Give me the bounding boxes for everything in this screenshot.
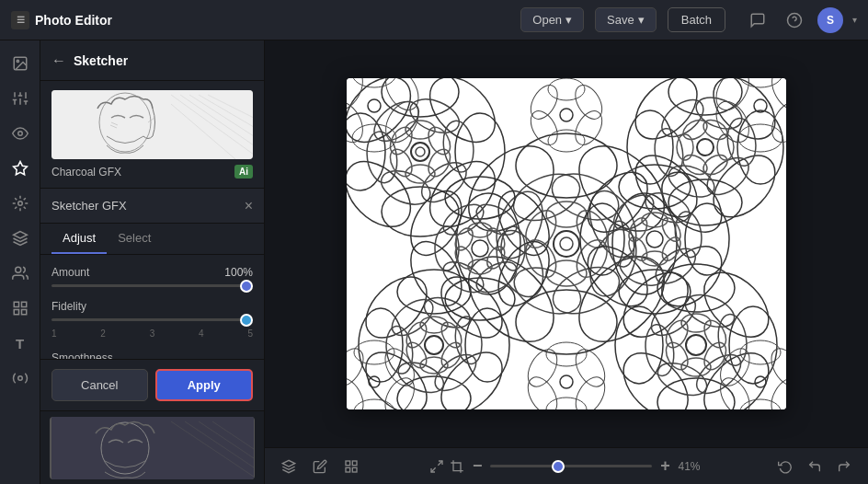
svg-line-26 — [148, 118, 154, 122]
svg-point-15 — [17, 202, 22, 206]
svg-point-229 — [560, 375, 573, 388]
fidelity-control: Fidelity 1 2 3 4 5 — [51, 300, 253, 339]
fidelity-label: Fidelity — [51, 300, 86, 313]
sidebar-text-btn[interactable]: T — [5, 328, 36, 359]
crop-button[interactable] — [450, 454, 464, 479]
svg-point-59 — [520, 235, 562, 282]
apply-button[interactable]: Apply — [155, 369, 254, 401]
canvas-image — [347, 78, 786, 409]
undo-button[interactable] — [802, 454, 828, 479]
amount-label: Amount — [51, 266, 89, 279]
open-button[interactable]: Open ▾ — [520, 7, 584, 32]
thumbnail-label: Charcoal GFX — [51, 166, 121, 179]
sidebar-object-btn[interactable] — [5, 293, 36, 324]
amount-slider[interactable] — [51, 284, 253, 287]
thumb-strip-image — [50, 417, 255, 479]
svg-rect-21 — [14, 310, 18, 315]
svg-point-167 — [619, 165, 691, 209]
transform-toolbar-btn[interactable] — [307, 454, 333, 479]
svg-line-236 — [431, 467, 436, 472]
help-icon — [786, 12, 803, 29]
fit-button[interactable] — [429, 454, 444, 479]
fidelity-ticks: 1 2 3 4 5 — [51, 328, 253, 339]
fidelity-slider[interactable] — [51, 318, 253, 321]
svg-point-145 — [662, 339, 692, 374]
comment-button[interactable] — [744, 6, 771, 34]
svg-point-194 — [368, 99, 381, 112]
svg-rect-19 — [21, 302, 26, 306]
svg-point-147 — [686, 335, 706, 355]
redo-button[interactable] — [831, 454, 857, 479]
main-body: T ← Sketcher — [0, 40, 868, 484]
sidebar-filter-btn[interactable] — [5, 188, 36, 219]
svg-line-235 — [438, 461, 442, 466]
app-title: Photo Editor — [35, 13, 112, 28]
sidebar-image-btn[interactable] — [5, 48, 36, 79]
sidebar-layers-btn[interactable] — [5, 223, 36, 254]
sub-panel-title: Sketcher GFX — [51, 199, 127, 213]
svg-point-62 — [560, 237, 573, 250]
svg-rect-234 — [346, 467, 350, 472]
app-logo: ☰ Photo Editor — [11, 11, 112, 29]
icon-sidebar: T — [0, 40, 40, 484]
svg-point-159 — [439, 199, 489, 242]
layers-toolbar-btn[interactable] — [276, 454, 302, 479]
sidebar-people-btn[interactable] — [5, 258, 36, 289]
open-chevron: ▾ — [565, 13, 572, 27]
help-button[interactable] — [781, 6, 808, 34]
svg-point-195 — [738, 78, 782, 87]
panel-title: Sketcher — [74, 53, 128, 68]
svg-point-39 — [516, 133, 617, 198]
sub-panel: Sketcher GFX × Adjust Select A — [40, 189, 264, 484]
svg-rect-18 — [14, 302, 18, 306]
back-button[interactable]: ← — [51, 52, 66, 69]
svg-line-31 — [199, 95, 253, 127]
svg-line-30 — [171, 104, 235, 159]
svg-point-198 — [738, 124, 782, 152]
sidebar-eye-btn[interactable] — [5, 118, 36, 149]
svg-line-27 — [171, 95, 253, 155]
svg-point-150 — [488, 233, 560, 315]
zoom-slider[interactable] — [490, 465, 652, 467]
svg-point-22 — [17, 376, 22, 381]
svg-point-162 — [484, 244, 508, 272]
svg-point-61 — [554, 231, 579, 257]
save-label: Save — [607, 13, 634, 27]
ai-badge: Ai — [234, 165, 253, 179]
svg-rect-20 — [21, 310, 26, 315]
svg-point-151 — [445, 278, 515, 320]
tab-select[interactable]: Select — [107, 224, 162, 254]
user-menu-chevron[interactable]: ▾ — [852, 15, 857, 25]
svg-point-216 — [548, 78, 585, 100]
zoom-label: 41% — [679, 460, 708, 473]
svg-point-57 — [571, 235, 613, 282]
thumbnail-preview — [51, 90, 253, 159]
sub-panel-close-button[interactable]: × — [245, 198, 253, 214]
zoom-out-button[interactable]: − — [470, 454, 485, 479]
user-avatar[interactable]: S — [817, 7, 843, 33]
svg-point-165 — [451, 225, 476, 254]
tab-adjust[interactable]: Adjust — [51, 224, 107, 254]
batch-button[interactable]: Batch — [668, 7, 725, 32]
panel-header: ← Sketcher — [40, 40, 264, 81]
open-label: Open — [532, 13, 562, 27]
cancel-button[interactable]: Cancel — [51, 369, 148, 401]
svg-line-24 — [111, 122, 118, 125]
svg-point-142 — [700, 317, 730, 351]
sidebar-more-btn[interactable] — [5, 363, 36, 394]
zoom-in-button[interactable]: + — [657, 454, 672, 479]
grid-toolbar-btn[interactable] — [338, 454, 364, 479]
svg-point-187 — [646, 231, 663, 248]
svg-point-67 — [382, 187, 459, 236]
svg-point-43 — [516, 290, 617, 354]
sidebar-effects-btn[interactable] — [5, 153, 36, 184]
save-button[interactable]: Save ▾ — [595, 7, 657, 32]
svg-point-105 — [697, 139, 714, 156]
svg-point-84 — [416, 147, 425, 156]
rotate-button[interactable] — [772, 454, 798, 479]
svg-point-188 — [352, 78, 396, 87]
sidebar-adjustments-btn[interactable] — [5, 83, 36, 114]
svg-rect-231 — [346, 461, 350, 466]
strip-svg — [51, 417, 254, 479]
tabs: Adjust Select — [40, 224, 264, 255]
